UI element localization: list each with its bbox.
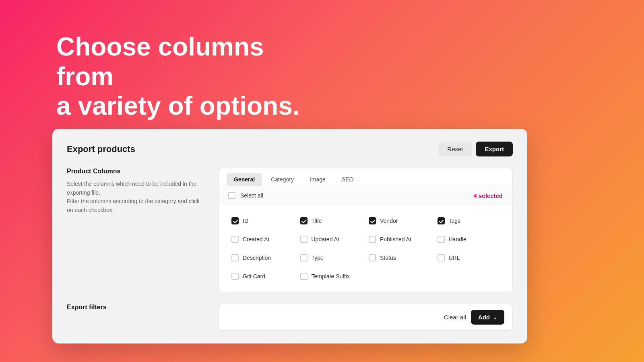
column-label: Handle (449, 236, 466, 243)
product-columns-row: Product Columns Select the columns which… (67, 168, 513, 292)
column-label: Template Suffix (312, 273, 350, 280)
card-title: Export products (67, 144, 135, 154)
list-item: ID (228, 212, 297, 230)
column-checkbox[interactable] (300, 254, 308, 261)
selected-count: 4 selected (473, 192, 503, 199)
hero-section: Choose columns from a variety of options… (0, 0, 644, 121)
column-label: Type (312, 255, 324, 261)
product-columns-title: Product Columns (67, 168, 204, 175)
columns-grid: IDTitleVendorTagsCreated AtUpdated AtPub… (219, 205, 512, 292)
product-columns-desc: Select the columns which need to be incl… (67, 180, 204, 215)
column-label: Description (243, 255, 271, 261)
add-label: Add (478, 314, 490, 321)
tab-image[interactable]: Image (303, 173, 333, 186)
tab-category[interactable]: Category (264, 173, 301, 186)
column-checkbox[interactable] (231, 254, 239, 261)
select-all-left: Select all (228, 192, 263, 199)
column-checkbox[interactable] (369, 236, 376, 243)
export-filters-title: Export filters (67, 304, 204, 311)
select-all-checkbox[interactable] (228, 192, 235, 199)
filters-left: Export filters (67, 304, 204, 316)
column-label: Published At (380, 236, 411, 243)
list-item: Updated At (297, 230, 366, 249)
column-checkbox[interactable] (300, 236, 308, 243)
filters-right: Clear all Add ⌄ (218, 304, 513, 331)
column-checkbox[interactable] (231, 273, 239, 280)
column-label: Tags (449, 218, 461, 224)
list-item: Handle (434, 230, 503, 249)
select-all-row: Select all 4 selected (219, 186, 512, 205)
export-card: Export products Reset Export Product Col… (52, 129, 527, 343)
list-item: Created At (228, 230, 297, 249)
column-label: URL (449, 255, 460, 261)
column-label: Status (380, 255, 396, 261)
column-label: Vendor (380, 218, 398, 224)
column-label: Updated At (312, 236, 339, 243)
reset-button[interactable]: Reset (438, 142, 472, 156)
filters-actions: Clear all Add ⌄ (444, 310, 504, 325)
list-item: Type (297, 249, 366, 267)
list-item: Published At (365, 230, 434, 249)
hero-title: Choose columns from a variety of options… (56, 32, 318, 121)
export-filters-row: Export filters Clear all Add ⌄ (67, 304, 513, 331)
list-item: Tags (434, 212, 503, 230)
card-header: Export products Reset Export (67, 142, 513, 156)
left-panel: Product Columns Select the columns which… (67, 168, 204, 292)
list-item: Vendor (365, 212, 434, 230)
column-checkbox[interactable] (231, 236, 239, 243)
list-item: Title (297, 212, 366, 230)
column-checkbox[interactable] (438, 236, 445, 243)
chevron-down-icon: ⌄ (493, 315, 497, 320)
list-item: URL (434, 249, 503, 267)
column-label: ID (243, 218, 248, 224)
tab-general[interactable]: General (227, 173, 262, 186)
column-checkbox[interactable] (231, 217, 239, 224)
add-button[interactable]: Add ⌄ (471, 310, 504, 325)
clear-all-button[interactable]: Clear all (444, 314, 466, 321)
export-button[interactable]: Export (476, 142, 513, 156)
list-item: Status (365, 249, 434, 267)
list-item: Description (228, 249, 297, 267)
header-buttons: Reset Export (438, 142, 513, 156)
column-checkbox[interactable] (300, 217, 308, 224)
tab-seo[interactable]: SEO (334, 173, 361, 186)
column-checkbox[interactable] (438, 254, 445, 261)
list-item: Template Suffix (297, 267, 366, 286)
column-checkbox[interactable] (300, 273, 308, 280)
columns-panel: General Category Image SEO Select all 4 … (218, 168, 513, 292)
column-checkbox[interactable] (438, 217, 445, 224)
column-label: Gift Card (243, 273, 265, 280)
list-item: Gift Card (228, 267, 297, 286)
select-all-label: Select all (240, 192, 263, 199)
column-checkbox[interactable] (369, 217, 376, 224)
column-checkbox[interactable] (369, 254, 376, 261)
column-label: Title (312, 218, 322, 224)
column-label: Created At (243, 236, 269, 243)
tabs-row: General Category Image SEO (219, 168, 512, 186)
